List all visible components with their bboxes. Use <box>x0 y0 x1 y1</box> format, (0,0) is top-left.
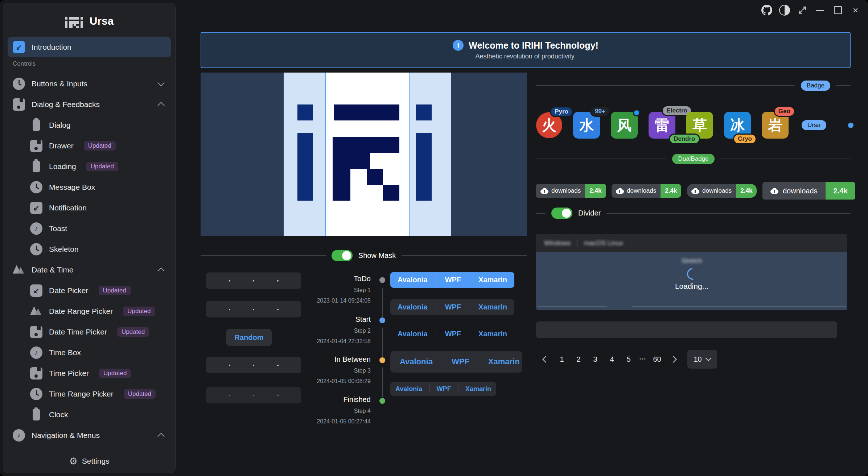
cryo-badge: Cryo <box>733 134 757 144</box>
chevron-down-icon <box>157 79 165 86</box>
page-size-select[interactable]: 10 <box>687 350 717 369</box>
sidebar-item-date-picker[interactable]: Date Picker Updated <box>8 280 171 301</box>
sidebar-item-skeleton[interactable]: Skeleton <box>8 239 171 259</box>
app-icon-rock: 岩 Geo <box>762 112 789 139</box>
next-page-icon[interactable] <box>670 356 676 362</box>
sidebar-group-buttons-inputs[interactable]: Buttons & Inputs <box>8 73 171 94</box>
updated-badge: Updated <box>99 369 131 378</box>
app-logo: Ursa <box>8 8 171 37</box>
divider-toggle[interactable] <box>551 208 572 219</box>
loading-overlay-body: Stretch Loading... <box>536 252 847 310</box>
timeline-date: 2023-01-14 09:24:05 <box>317 298 371 304</box>
sidebar-item-toast[interactable]: Toast <box>8 218 171 239</box>
timeline-title: ToDo <box>354 275 371 283</box>
sidebar-item-dialog[interactable]: Dialog <box>8 115 171 135</box>
minimize-button[interactable] <box>811 0 829 20</box>
sidebar-item-date-range-picker[interactable]: Date Range Picker Updated <box>8 301 171 321</box>
fullscreen-button[interactable] <box>793 0 811 20</box>
timeline-title: Finished <box>343 395 371 404</box>
settings-button[interactable]: ⚙ Settings <box>8 450 171 473</box>
divider-label: Divider <box>578 209 601 217</box>
tab-windows[interactable]: Windows <box>544 239 571 247</box>
sidebar-item-time-range-picker[interactable]: Time Range Picker Updated <box>8 383 171 404</box>
option-wpf[interactable]: WPF <box>438 299 468 315</box>
sidebar-group-navigation-menus[interactable]: Navigation & Menus <box>8 425 171 446</box>
download-badge: downloads 2.4k <box>536 184 606 198</box>
sidebar-item-notification[interactable]: Notification <box>8 197 171 218</box>
page-2[interactable]: 2 <box>571 351 586 367</box>
page-4[interactable]: 4 <box>605 351 619 367</box>
sidebar-item-drawer[interactable]: Drawer Updated <box>8 135 171 156</box>
badge-divider: Badge <box>536 81 851 91</box>
option-wpf[interactable]: WPF <box>438 272 468 288</box>
sidebar-item-label: Date Range Picker <box>49 307 113 316</box>
option-avalonia[interactable]: Avalonia <box>390 351 442 373</box>
battery-icon <box>33 409 40 420</box>
ip-input-1[interactable] <box>206 272 301 289</box>
timeline-date: 2024-01-04 22:32:58 <box>317 338 371 345</box>
dualbadge-divider: DualBadge <box>536 154 851 164</box>
dualbadge-divider-label: DualBadge <box>672 154 714 164</box>
sidebar-item-time-picker[interactable]: Time Picker Updated <box>8 363 171 383</box>
option-xamarin[interactable]: Xamarin <box>471 272 514 288</box>
floppy-icon <box>30 140 42 152</box>
download-badge-large: downloads 2.4k <box>762 182 855 200</box>
option-xamarin[interactable]: Xamarin <box>471 326 514 341</box>
empty-input-bar[interactable] <box>536 321 837 338</box>
option-xamarin[interactable]: Xamarin <box>479 351 529 373</box>
maximize-button[interactable] <box>829 0 847 20</box>
page-5[interactable]: 5 <box>621 351 636 367</box>
option-avalonia[interactable]: Avalonia <box>390 326 435 341</box>
sidebar-group-date-time[interactable]: Date & Time <box>8 259 171 280</box>
github-icon <box>761 5 772 16</box>
option-wpf[interactable]: WPF <box>432 382 456 396</box>
floppy-icon <box>30 326 42 338</box>
chevron-up-icon <box>157 432 165 440</box>
option-avalonia[interactable]: Avalonia <box>390 382 427 396</box>
sidebar-item-introduction[interactable]: Introduction <box>8 37 171 57</box>
sidebar-item-date-time-picker[interactable]: Date Time Picker Updated <box>8 321 171 342</box>
minimize-icon <box>816 10 824 11</box>
sidebar-item-label: Date Picker <box>49 286 89 295</box>
sidebar-item-time-box[interactable]: Time Box <box>8 342 171 363</box>
ip-input-2[interactable] <box>206 301 301 317</box>
tab-macos-linux[interactable]: macOS Linux <box>584 239 623 247</box>
previous-page-icon[interactable] <box>542 356 549 362</box>
music-note-icon <box>30 222 42 235</box>
theme-toggle-icon <box>779 5 790 16</box>
close-icon: × <box>853 5 858 15</box>
option-xamarin[interactable]: Xamarin <box>471 299 514 315</box>
show-mask-toggle[interactable] <box>332 250 353 261</box>
page-3[interactable]: 3 <box>588 351 602 367</box>
sidebar-scroll-area[interactable]: Ursa Introduction Controls Buttons & Inp… <box>8 8 171 450</box>
app-icon-wind: 风 <box>611 112 638 139</box>
platform-group-large: Avalonia WPF Xamarin <box>390 351 522 373</box>
page-last[interactable]: 60 <box>650 351 665 367</box>
close-button[interactable]: × <box>847 0 864 20</box>
page-1[interactable]: 1 <box>555 351 569 367</box>
dot-badge <box>633 109 640 116</box>
sidebar-group-dialog-feedbacks[interactable]: Dialog & Feedbacks <box>8 94 171 115</box>
maximize-icon <box>834 6 842 14</box>
option-avalonia[interactable]: Avalonia <box>390 299 435 315</box>
theme-toggle-button[interactable] <box>776 0 793 20</box>
option-wpf[interactable]: WPF <box>442 351 479 373</box>
arrow-square-icon <box>13 41 25 53</box>
sidebar-item-label: Notification <box>49 204 87 212</box>
music-note-icon <box>30 346 42 359</box>
option-avalonia[interactable]: Avalonia <box>390 272 435 288</box>
random-button[interactable]: Random <box>226 329 272 346</box>
sidebar-item-breadcrumb[interactable]: Breadcrumb Updated <box>8 446 171 450</box>
sidebar-item-message-box[interactable]: Message Box <box>8 177 171 197</box>
show-mask-label: Show Mask <box>358 251 396 260</box>
option-wpf[interactable]: WPF <box>438 326 468 341</box>
arrow-square-icon <box>30 202 42 214</box>
sidebar-item-clock[interactable]: Clock <box>8 404 171 425</box>
github-button[interactable] <box>758 0 776 20</box>
updated-badge: Updated <box>86 162 118 171</box>
sidebar-item-loading[interactable]: Loading Updated <box>8 156 171 177</box>
cloud-download-icon <box>691 188 699 194</box>
download-badges-row: downloads 2.4k downloads 2.4k downloads … <box>536 181 855 201</box>
option-xamarin[interactable]: Xamarin <box>460 382 496 396</box>
ip-input-3[interactable] <box>206 357 301 373</box>
